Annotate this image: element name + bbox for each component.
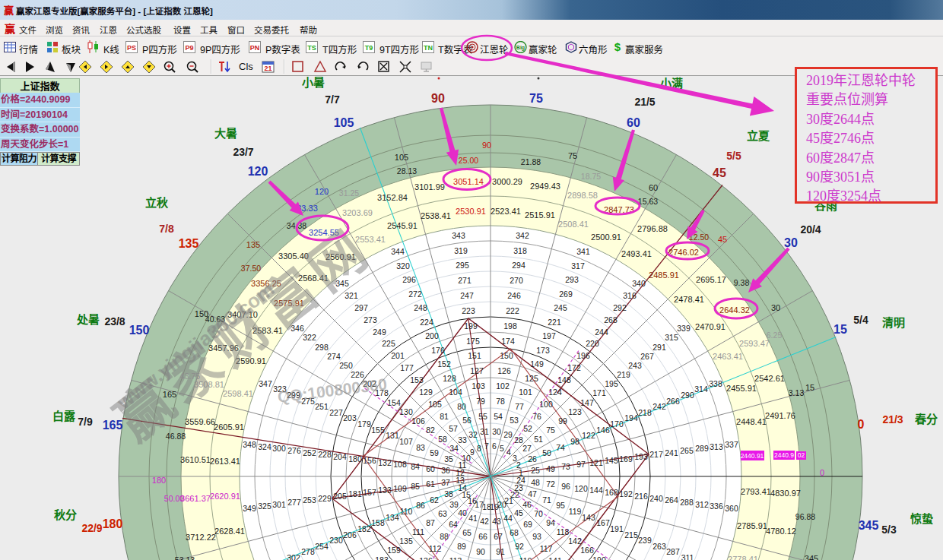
svg-text:123: 123: [568, 407, 582, 416]
svg-text:5/5: 5/5: [726, 150, 741, 162]
svg-text:2542.61: 2542.61: [754, 374, 785, 383]
svg-text:135: 135: [179, 237, 199, 250]
svg-text:3051.14: 3051.14: [453, 177, 484, 186]
svg-text:113: 113: [449, 556, 462, 560]
svg-text:46: 46: [522, 500, 532, 509]
svg-text:230: 230: [329, 536, 343, 545]
svg-text:89: 89: [457, 542, 466, 551]
svg-text:处暑: 处暑: [76, 313, 100, 326]
svg-text:3661.37: 3661.37: [180, 494, 211, 503]
svg-text:95: 95: [556, 501, 565, 510]
svg-text:296: 296: [402, 275, 416, 284]
svg-text:60: 60: [649, 183, 658, 192]
svg-text:125: 125: [525, 374, 538, 383]
svg-text:292: 292: [613, 303, 627, 312]
svg-text:154: 154: [387, 398, 401, 407]
svg-text:2785.91: 2785.91: [737, 521, 767, 530]
svg-text:69: 69: [523, 520, 532, 529]
svg-text:241: 241: [665, 448, 678, 457]
svg-text:293: 293: [565, 275, 579, 284]
svg-text:158: 158: [371, 518, 385, 527]
svg-text:2605.91: 2605.91: [214, 422, 244, 432]
svg-text:2463.41: 2463.41: [713, 352, 743, 361]
svg-text:55: 55: [478, 412, 487, 421]
svg-text:132: 132: [378, 458, 392, 467]
svg-text:105: 105: [428, 400, 442, 409]
svg-text:229: 229: [318, 494, 332, 503]
svg-text:Big: Big: [516, 45, 525, 51]
svg-text:108: 108: [393, 460, 407, 469]
svg-text:5: 5: [500, 444, 504, 453]
svg-text:270: 270: [510, 276, 523, 285]
svg-text:85: 85: [411, 482, 420, 491]
svg-text:200: 200: [425, 331, 439, 340]
svg-text:79: 79: [476, 397, 485, 406]
svg-text:170: 170: [610, 419, 624, 429]
svg-text:60: 60: [627, 116, 640, 129]
svg-text:343: 343: [452, 231, 465, 240]
svg-text:301: 301: [272, 500, 286, 509]
svg-text:73: 73: [561, 462, 570, 471]
svg-text:193: 193: [634, 452, 648, 461]
svg-text:157: 157: [363, 488, 376, 497]
svg-text:7: 7: [484, 441, 489, 451]
svg-text:94: 94: [546, 518, 555, 527]
svg-text:228: 228: [318, 450, 332, 459]
svg-text:269: 269: [559, 289, 573, 299]
svg-text:206: 206: [343, 530, 357, 539]
svg-text:2898.58: 2898.58: [567, 191, 598, 200]
svg-text:227: 227: [329, 408, 343, 417]
svg-text:120: 120: [574, 484, 588, 493]
svg-text:23/7: 23/7: [233, 146, 253, 158]
svg-text:2515.91: 2515.91: [525, 210, 555, 220]
svg-text:291: 291: [652, 343, 666, 352]
svg-text:2440.9: 2440.9: [774, 451, 794, 459]
svg-text:48: 48: [531, 478, 540, 487]
svg-text:134: 134: [386, 513, 399, 522]
svg-text:180: 180: [103, 517, 123, 530]
svg-text:立秋: 立秋: [145, 196, 169, 209]
svg-text:194: 194: [624, 413, 638, 422]
svg-text:30: 30: [492, 427, 501, 436]
svg-text:111: 111: [412, 527, 424, 536]
svg-text:143: 143: [582, 513, 595, 522]
svg-text:3610.51: 3610.51: [180, 455, 211, 464]
svg-text:2620.91: 2620.91: [210, 492, 240, 501]
svg-text:5/3: 5/3: [881, 524, 897, 536]
svg-text:118: 118: [557, 527, 570, 536]
svg-text:49: 49: [546, 464, 555, 473]
svg-text:50: 50: [542, 448, 551, 457]
svg-text:43: 43: [492, 517, 501, 526]
svg-text:172: 172: [567, 363, 581, 372]
svg-text:66: 66: [478, 532, 487, 541]
svg-text:2628.41: 2628.41: [214, 527, 245, 536]
svg-text:252: 252: [303, 448, 316, 457]
svg-text:312: 312: [695, 500, 709, 509]
svg-text:150: 150: [195, 309, 208, 318]
svg-text:320: 320: [396, 261, 410, 271]
svg-text:小满: 小满: [660, 77, 683, 90]
svg-text:191: 191: [610, 524, 624, 533]
svg-text:赢: 赢: [4, 5, 14, 16]
svg-text:2778.41: 2778.41: [728, 555, 758, 560]
svg-text:22/9: 22/9: [81, 522, 102, 534]
svg-text:PS: PS: [127, 44, 136, 52]
svg-text:297: 297: [354, 303, 368, 312]
svg-text:246: 246: [507, 291, 521, 300]
svg-text:56: 56: [462, 416, 472, 425]
svg-text:190: 190: [592, 555, 606, 560]
svg-text:316: 316: [623, 291, 637, 300]
svg-text:110: 110: [400, 507, 413, 516]
svg-text:141: 141: [548, 556, 562, 560]
svg-text:70: 70: [534, 509, 543, 518]
svg-text:12.50: 12.50: [689, 233, 709, 242]
svg-text:147: 147: [580, 398, 594, 407]
svg-text:171: 171: [592, 388, 606, 397]
svg-text:87: 87: [426, 518, 435, 527]
svg-text:221: 221: [548, 318, 561, 327]
svg-text:339: 339: [677, 324, 691, 333]
svg-text:272: 272: [408, 289, 422, 299]
svg-text:7/7: 7/7: [325, 93, 340, 106]
svg-text:122: 122: [582, 431, 595, 440]
svg-text:84: 84: [411, 462, 420, 471]
